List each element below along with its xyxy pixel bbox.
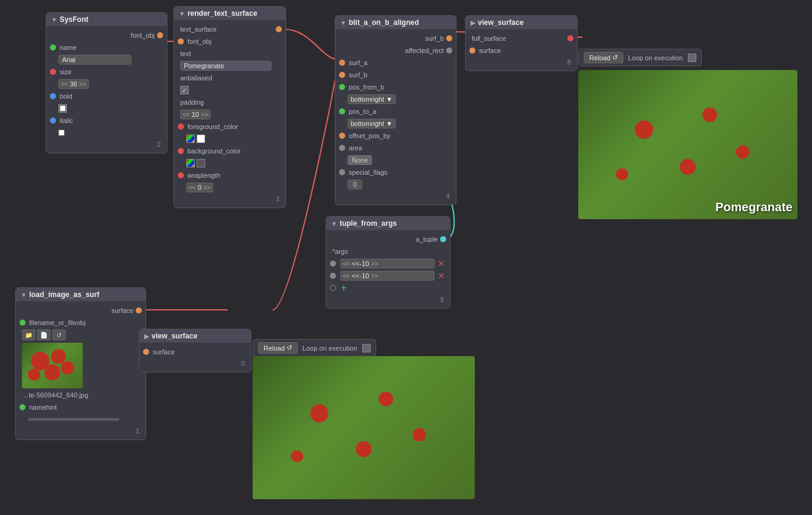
sysfont-bold-checkbox[interactable]	[58, 104, 67, 113]
sysfont-size-stepper[interactable]: << 36 >>	[58, 79, 89, 89]
blit-area-port[interactable]	[339, 145, 345, 151]
render-text-text-row: text	[178, 48, 282, 59]
sysfont-size-label: size	[60, 68, 72, 75]
render-text-fg-white-swatch[interactable]	[197, 135, 205, 143]
sysfont-italic-port[interactable]	[50, 117, 56, 124]
blit-pos-from-b-port[interactable]	[339, 84, 345, 90]
tuple-args-label: *args	[332, 248, 348, 255]
blit-pos-to-a-row: pos_to_a	[339, 106, 452, 117]
tuple-val2-stepper[interactable]: << <<-10 >>	[340, 271, 435, 281]
tuple-add-row: +	[330, 282, 446, 293]
sysfont-id: 2	[50, 139, 163, 149]
loop-checkbox-top[interactable]	[688, 54, 696, 62]
render-text-wrap-port[interactable]	[178, 172, 184, 178]
blit-collapse-arrow[interactable]: ▼	[340, 19, 346, 26]
view-surface-top-full-label: full_surface	[472, 35, 506, 42]
blit-surf-a-row: surf_a	[339, 57, 452, 68]
view-surface-top-expand-arrow[interactable]: ▶	[471, 19, 475, 26]
reload-bar-top: Reload ↺ Loop on execution	[578, 49, 702, 66]
sysfont-name-port[interactable]	[50, 44, 56, 51]
blit-surf-b-out-label: surf_b	[425, 35, 444, 42]
load-image-surface-out-label: surface	[111, 307, 133, 314]
view-surface-top-surface-label: surface	[479, 47, 501, 54]
render-text-antialiased-checkbox[interactable]: ✓	[180, 86, 189, 94]
tuple-val1-stepper[interactable]: << <<-10 >>	[340, 259, 435, 268]
sysfont-node: ▼ SysFont font_obj name Arial size << 36…	[46, 12, 167, 153]
render-text-font-port[interactable]	[178, 38, 184, 44]
render-text-bg-swatch[interactable]	[186, 159, 205, 167]
reload-button-top[interactable]: Reload ↺	[584, 52, 623, 63]
blit-surf-b-in-port[interactable]	[339, 72, 345, 78]
render-text-output-port[interactable]	[276, 26, 282, 32]
reload-button-bottom[interactable]: Reload ↺	[258, 342, 298, 354]
loop-label-bottom: Loop on execution	[303, 345, 357, 352]
sysfont-size-right-arrow[interactable]: >>	[79, 81, 86, 88]
render-text-fg-swatch[interactable]	[186, 135, 205, 143]
tuple-val2-remove[interactable]: ✕	[436, 271, 446, 281]
tuple-add-port[interactable]	[330, 285, 336, 291]
sysfont-italic-checkbox[interactable]	[58, 130, 65, 136]
blit-pos-to-a-port[interactable]	[339, 108, 345, 114]
blit-pos-to-a-dropdown[interactable]: bottomright ▼	[348, 119, 396, 128]
tuple-output-port[interactable]	[440, 236, 446, 242]
view-surface-top-surface-port[interactable]	[469, 47, 475, 54]
blit-surf-b-in-label: surf_b	[349, 71, 368, 79]
blit-pos-from-b-dropdown[interactable]: bottomright ▼	[348, 94, 396, 104]
render-text-node: ▼ render_text_surface text_surface font_…	[173, 6, 286, 208]
blit-area-value[interactable]: None	[348, 155, 372, 165]
blit-surf-a-port[interactable]	[339, 60, 345, 66]
view-surface-top-header: ▶ view_surface	[466, 16, 577, 29]
blit-flags-label: special_flags	[349, 169, 388, 176]
loop-checkbox-bottom[interactable]	[362, 344, 371, 352]
blit-flags-value[interactable]: 0	[348, 180, 362, 189]
render-text-bg-dark-swatch[interactable]	[197, 159, 205, 167]
tuple-collapse-arrow[interactable]: ▼	[331, 220, 337, 227]
tuple-val1-port[interactable]	[330, 261, 336, 267]
sysfont-name-label: name	[60, 44, 77, 51]
render-text-collapse-arrow[interactable]: ▼	[179, 10, 185, 17]
blit-pos-from-b-value: bottomright	[351, 96, 384, 103]
render-text-bg-port[interactable]	[178, 148, 184, 154]
render-text-text-value[interactable]: Pomegranate	[180, 61, 271, 71]
blit-flags-port[interactable]	[339, 169, 345, 175]
tuple-val2-port[interactable]	[330, 273, 336, 279]
blit-pos-from-b-arrow: ▼	[386, 96, 393, 103]
sysfont-size-left-arrow[interactable]: <<	[61, 81, 68, 88]
load-image-file-icon1[interactable]: 📁	[22, 329, 35, 340]
load-image-namehint-value[interactable]	[28, 418, 119, 421]
load-image-namehint-port[interactable]	[19, 404, 26, 410]
view-image-bottom	[253, 356, 475, 499]
tuple-val1-row: << <<-10 >> ✕	[330, 258, 446, 269]
blit-affected-rect-port[interactable]	[446, 47, 452, 54]
sysfont-bold-port[interactable]	[50, 93, 56, 99]
blit-offset-port[interactable]	[339, 133, 345, 139]
sysfont-font-obj-row: font_obj	[50, 30, 163, 41]
load-image-thumbnail	[22, 343, 83, 388]
render-text-padding-stepper[interactable]: << 10 >>	[180, 110, 211, 119]
render-text-bg-color-swatch[interactable]	[186, 159, 195, 167]
load-image-collapse-arrow[interactable]: ▼	[21, 292, 27, 298]
sysfont-font-obj-port[interactable]	[157, 32, 163, 38]
render-text-fg-color-swatch[interactable]	[186, 135, 195, 143]
view-surface-bottom-surface-port[interactable]	[143, 349, 149, 355]
load-image-filename-port[interactable]	[19, 320, 26, 326]
load-image-reload-icon[interactable]: ↺	[52, 329, 66, 340]
view-surface-bottom-id: 0	[143, 359, 247, 368]
load-image-surface-port[interactable]	[136, 307, 142, 314]
blit-surf-b-out-port[interactable]	[446, 35, 452, 41]
render-text-wrap-stepper[interactable]: << 0 >>	[186, 183, 213, 192]
sysfont-bold-row: bold	[50, 91, 163, 102]
tuple-add-button[interactable]: +	[338, 282, 349, 293]
render-text-fg-port[interactable]	[178, 124, 184, 130]
sysfont-name-value[interactable]: Arial	[58, 55, 131, 65]
tuple-val1-remove[interactable]: ✕	[436, 259, 446, 268]
view-surface-top-full-port[interactable]	[567, 35, 573, 41]
loop-label-top: Loop on execution	[628, 54, 683, 61]
blit-node: ▼ blit_a_on_b_aligned surf_b affected_re…	[335, 15, 457, 205]
sysfont-collapse-arrow[interactable]: ▼	[51, 16, 57, 23]
blit-pos-to-a-arrow: ▼	[386, 120, 393, 127]
view-surface-bottom-expand-arrow[interactable]: ▶	[144, 333, 149, 340]
tuple-val2-value: <<-10	[352, 272, 369, 279]
sysfont-size-port[interactable]	[50, 69, 56, 75]
load-image-file-icon2[interactable]: 📄	[37, 329, 51, 340]
